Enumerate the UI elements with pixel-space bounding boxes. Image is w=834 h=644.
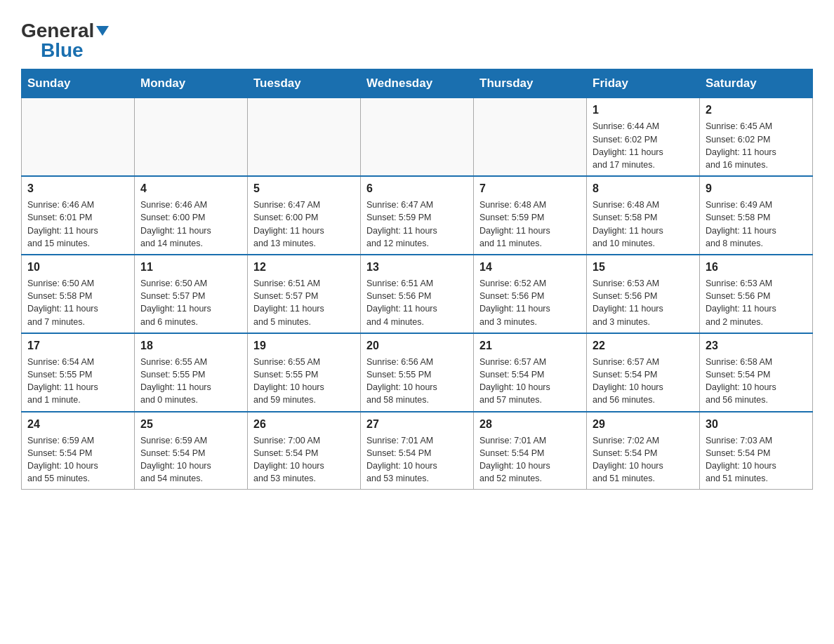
day-info: Sunrise: 6:49 AMSunset: 5:58 PMDaylight:… [706,199,807,250]
logo-text-bottom: Blue [41,41,84,60]
day-info: Sunrise: 6:56 AMSunset: 5:55 PMDaylight:… [366,356,468,407]
day-number: 30 [706,417,807,432]
calendar-cell: 19Sunrise: 6:55 AMSunset: 5:55 PMDayligh… [248,333,361,412]
day-number: 14 [479,260,581,275]
day-number: 8 [593,181,694,196]
day-number: 24 [27,417,128,432]
day-number: 23 [706,338,807,354]
day-info: Sunrise: 6:47 AMSunset: 5:59 PMDaylight:… [366,199,468,250]
calendar-cell: 22Sunrise: 6:57 AMSunset: 5:54 PMDayligh… [587,333,700,412]
day-info: Sunrise: 7:01 AMSunset: 5:54 PMDaylight:… [366,434,468,485]
calendar-cell [474,98,587,176]
weekday-header-row: SundayMondayTuesdayWednesdayThursdayFrid… [22,69,813,98]
day-number: 25 [140,417,241,432]
day-info: Sunrise: 7:00 AMSunset: 5:54 PMDaylight:… [253,434,355,485]
calendar-cell: 17Sunrise: 6:54 AMSunset: 5:55 PMDayligh… [22,333,135,412]
day-number: 22 [593,338,694,354]
calendar-cell: 30Sunrise: 7:03 AMSunset: 5:54 PMDayligh… [700,412,813,490]
day-number: 15 [593,260,694,275]
day-number: 12 [253,260,355,275]
logo-triangle-icon [96,26,109,36]
calendar-cell: 20Sunrise: 6:56 AMSunset: 5:55 PMDayligh… [361,333,474,412]
calendar-week-row: 1Sunrise: 6:44 AMSunset: 6:02 PMDaylight… [22,98,813,176]
calendar-week-row: 24Sunrise: 6:59 AMSunset: 5:54 PMDayligh… [22,412,813,490]
day-number: 28 [479,417,581,432]
day-number: 10 [27,260,128,275]
calendar-cell: 1Sunrise: 6:44 AMSunset: 6:02 PMDaylight… [587,98,700,176]
day-number: 13 [366,260,468,275]
day-number: 11 [140,260,241,275]
day-number: 4 [140,181,241,196]
day-info: Sunrise: 6:48 AMSunset: 5:59 PMDaylight:… [479,199,581,250]
day-number: 2 [706,102,807,118]
calendar-cell: 25Sunrise: 6:59 AMSunset: 5:54 PMDayligh… [135,412,248,490]
day-info: Sunrise: 6:51 AMSunset: 5:56 PMDaylight:… [366,277,468,328]
weekday-header-friday: Friday [587,69,700,98]
calendar-cell: 24Sunrise: 6:59 AMSunset: 5:54 PMDayligh… [22,412,135,490]
day-number: 16 [706,260,807,275]
day-info: Sunrise: 6:53 AMSunset: 5:56 PMDaylight:… [706,277,807,328]
day-info: Sunrise: 6:52 AMSunset: 5:56 PMDaylight:… [479,277,581,328]
calendar-week-row: 10Sunrise: 6:50 AMSunset: 5:58 PMDayligh… [22,255,813,333]
calendar-cell: 27Sunrise: 7:01 AMSunset: 5:54 PMDayligh… [361,412,474,490]
calendar-cell: 13Sunrise: 6:51 AMSunset: 5:56 PMDayligh… [361,255,474,333]
calendar-table: SundayMondayTuesdayWednesdayThursdayFrid… [21,69,813,490]
day-info: Sunrise: 7:01 AMSunset: 5:54 PMDaylight:… [479,434,581,485]
day-info: Sunrise: 6:46 AMSunset: 6:01 PMDaylight:… [27,199,128,250]
calendar-cell [361,98,474,176]
day-info: Sunrise: 6:57 AMSunset: 5:54 PMDaylight:… [593,356,694,407]
day-info: Sunrise: 6:59 AMSunset: 5:54 PMDaylight:… [27,434,128,485]
calendar-cell: 23Sunrise: 6:58 AMSunset: 5:54 PMDayligh… [700,333,813,412]
day-info: Sunrise: 6:47 AMSunset: 6:00 PMDaylight:… [253,199,355,250]
day-number: 27 [366,417,468,432]
day-info: Sunrise: 6:51 AMSunset: 5:57 PMDaylight:… [253,277,355,328]
day-number: 21 [479,338,581,354]
weekday-header-saturday: Saturday [700,69,813,98]
calendar-cell: 26Sunrise: 7:00 AMSunset: 5:54 PMDayligh… [248,412,361,490]
day-info: Sunrise: 6:57 AMSunset: 5:54 PMDaylight:… [479,356,581,407]
calendar-cell [248,98,361,176]
logo: General Blue [21,21,109,60]
day-info: Sunrise: 6:54 AMSunset: 5:55 PMDaylight:… [27,356,128,407]
calendar-cell: 9Sunrise: 6:49 AMSunset: 5:58 PMDaylight… [700,176,813,255]
day-info: Sunrise: 7:02 AMSunset: 5:54 PMDaylight:… [593,434,694,485]
day-info: Sunrise: 6:50 AMSunset: 5:58 PMDaylight:… [27,277,128,328]
day-info: Sunrise: 6:45 AMSunset: 6:02 PMDaylight:… [706,120,807,171]
calendar-cell [22,98,135,176]
day-info: Sunrise: 6:50 AMSunset: 5:57 PMDaylight:… [140,277,241,328]
weekday-header-monday: Monday [135,69,248,98]
day-info: Sunrise: 6:46 AMSunset: 6:00 PMDaylight:… [140,199,241,250]
calendar-cell: 5Sunrise: 6:47 AMSunset: 6:00 PMDaylight… [248,176,361,255]
day-number: 7 [479,181,581,196]
day-info: Sunrise: 6:58 AMSunset: 5:54 PMDaylight:… [706,356,807,407]
calendar-cell: 3Sunrise: 6:46 AMSunset: 6:01 PMDaylight… [22,176,135,255]
calendar-cell: 4Sunrise: 6:46 AMSunset: 6:00 PMDaylight… [135,176,248,255]
calendar-cell: 8Sunrise: 6:48 AMSunset: 5:58 PMDaylight… [587,176,700,255]
day-info: Sunrise: 6:59 AMSunset: 5:54 PMDaylight:… [140,434,241,485]
day-number: 3 [27,181,128,196]
calendar-cell: 7Sunrise: 6:48 AMSunset: 5:59 PMDaylight… [474,176,587,255]
day-number: 1 [593,102,694,118]
calendar-cell: 29Sunrise: 7:02 AMSunset: 5:54 PMDayligh… [587,412,700,490]
calendar-cell: 15Sunrise: 6:53 AMSunset: 5:56 PMDayligh… [587,255,700,333]
calendar-cell: 16Sunrise: 6:53 AMSunset: 5:56 PMDayligh… [700,255,813,333]
calendar-cell: 28Sunrise: 7:01 AMSunset: 5:54 PMDayligh… [474,412,587,490]
day-info: Sunrise: 6:53 AMSunset: 5:56 PMDaylight:… [593,277,694,328]
calendar-week-row: 17Sunrise: 6:54 AMSunset: 5:55 PMDayligh… [22,333,813,412]
day-number: 26 [253,417,355,432]
calendar-cell: 14Sunrise: 6:52 AMSunset: 5:56 PMDayligh… [474,255,587,333]
calendar-cell: 12Sunrise: 6:51 AMSunset: 5:57 PMDayligh… [248,255,361,333]
day-info: Sunrise: 6:48 AMSunset: 5:58 PMDaylight:… [593,199,694,250]
calendar-cell: 11Sunrise: 6:50 AMSunset: 5:57 PMDayligh… [135,255,248,333]
calendar-cell: 6Sunrise: 6:47 AMSunset: 5:59 PMDaylight… [361,176,474,255]
day-number: 9 [706,181,807,196]
weekday-header-tuesday: Tuesday [248,69,361,98]
weekday-header-sunday: Sunday [22,69,135,98]
calendar-cell: 2Sunrise: 6:45 AMSunset: 6:02 PMDaylight… [700,98,813,176]
calendar-cell: 10Sunrise: 6:50 AMSunset: 5:58 PMDayligh… [22,255,135,333]
weekday-header-wednesday: Wednesday [361,69,474,98]
page-header: General Blue [21,14,813,60]
calendar-cell: 18Sunrise: 6:55 AMSunset: 5:55 PMDayligh… [135,333,248,412]
day-info: Sunrise: 6:55 AMSunset: 5:55 PMDaylight:… [140,356,241,407]
calendar-cell: 21Sunrise: 6:57 AMSunset: 5:54 PMDayligh… [474,333,587,412]
